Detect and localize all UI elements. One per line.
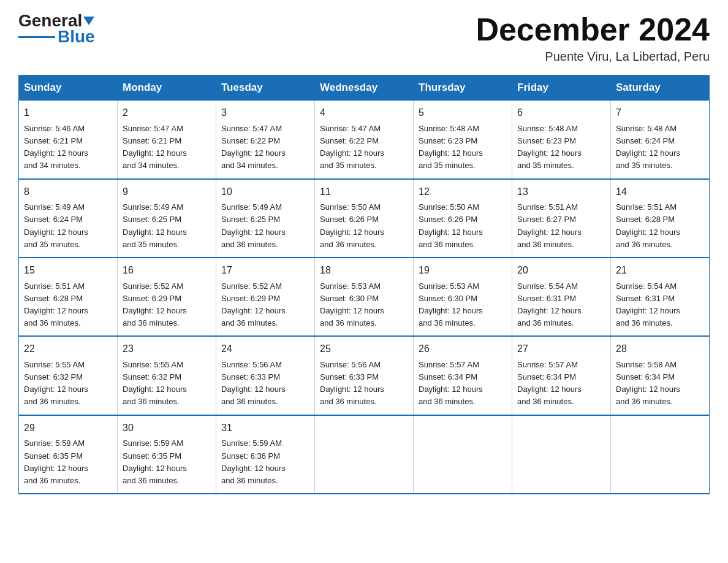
day-info: Sunrise: 5:56 AM Sunset: 6:33 PM Dayligh… xyxy=(221,359,309,408)
table-row: 20Sunrise: 5:54 AM Sunset: 6:31 PM Dayli… xyxy=(512,258,611,336)
day-number: 18 xyxy=(320,263,408,278)
table-row: 7Sunrise: 5:48 AM Sunset: 6:24 PM Daylig… xyxy=(611,101,710,179)
day-info: Sunrise: 5:52 AM Sunset: 6:29 PM Dayligh… xyxy=(221,280,309,330)
table-row: 17Sunrise: 5:52 AM Sunset: 6:29 PM Dayli… xyxy=(216,258,315,336)
calendar-week-row: 15Sunrise: 5:51 AM Sunset: 6:28 PM Dayli… xyxy=(19,258,710,336)
table-row: 25Sunrise: 5:56 AM Sunset: 6:33 PM Dayli… xyxy=(315,336,414,415)
calendar-week-row: 29Sunrise: 5:58 AM Sunset: 6:35 PM Dayli… xyxy=(19,415,710,494)
day-number: 28 xyxy=(616,342,704,357)
day-info: Sunrise: 5:49 AM Sunset: 6:25 PM Dayligh… xyxy=(123,201,211,251)
table-row: 9Sunrise: 5:49 AM Sunset: 6:25 PM Daylig… xyxy=(118,179,216,258)
day-info: Sunrise: 5:52 AM Sunset: 6:29 PM Dayligh… xyxy=(123,280,211,330)
calendar-week-row: 1Sunrise: 5:46 AM Sunset: 6:21 PM Daylig… xyxy=(19,101,710,179)
day-number: 7 xyxy=(616,105,704,121)
day-number: 27 xyxy=(517,342,605,357)
day-info: Sunrise: 5:47 AM Sunset: 6:22 PM Dayligh… xyxy=(320,123,408,172)
day-info: Sunrise: 5:49 AM Sunset: 6:24 PM Dayligh… xyxy=(24,201,112,251)
day-number: 12 xyxy=(419,185,507,200)
day-info: Sunrise: 5:54 AM Sunset: 6:31 PM Dayligh… xyxy=(517,280,605,330)
col-sunday: Sunday xyxy=(19,75,118,101)
day-number: 21 xyxy=(616,263,704,278)
day-info: Sunrise: 5:46 AM Sunset: 6:21 PM Dayligh… xyxy=(24,123,112,172)
day-number: 17 xyxy=(221,263,309,278)
day-number: 9 xyxy=(123,185,211,200)
location-subtitle: Puente Viru, La Libertad, Peru xyxy=(476,50,710,64)
day-info: Sunrise: 5:49 AM Sunset: 6:25 PM Dayligh… xyxy=(221,201,309,251)
day-number: 24 xyxy=(221,342,309,357)
logo-blue-text: Blue xyxy=(58,28,95,45)
page-header: General Blue December 2024 Puente Viru, … xyxy=(18,12,710,64)
table-row: 12Sunrise: 5:50 AM Sunset: 6:26 PM Dayli… xyxy=(414,179,512,258)
day-info: Sunrise: 5:53 AM Sunset: 6:30 PM Dayligh… xyxy=(419,280,507,330)
col-friday: Friday xyxy=(512,75,611,101)
day-info: Sunrise: 5:55 AM Sunset: 6:32 PM Dayligh… xyxy=(123,359,211,408)
day-info: Sunrise: 5:47 AM Sunset: 6:22 PM Dayligh… xyxy=(221,123,309,172)
table-row: 15Sunrise: 5:51 AM Sunset: 6:28 PM Dayli… xyxy=(19,258,118,336)
table-row: 26Sunrise: 5:57 AM Sunset: 6:34 PM Dayli… xyxy=(414,336,512,415)
title-area: December 2024 Puente Viru, La Libertad, … xyxy=(476,12,710,64)
table-row: 13Sunrise: 5:51 AM Sunset: 6:27 PM Dayli… xyxy=(512,179,611,258)
day-info: Sunrise: 5:48 AM Sunset: 6:23 PM Dayligh… xyxy=(419,123,507,172)
table-row: 30Sunrise: 5:59 AM Sunset: 6:35 PM Dayli… xyxy=(118,415,216,494)
day-info: Sunrise: 5:48 AM Sunset: 6:24 PM Dayligh… xyxy=(616,123,704,172)
day-info: Sunrise: 5:50 AM Sunset: 6:26 PM Dayligh… xyxy=(320,201,408,251)
day-number: 26 xyxy=(419,342,507,357)
table-row: 3Sunrise: 5:47 AM Sunset: 6:22 PM Daylig… xyxy=(216,101,315,179)
day-number: 23 xyxy=(123,342,211,357)
day-number: 2 xyxy=(123,105,211,121)
day-info: Sunrise: 5:51 AM Sunset: 6:28 PM Dayligh… xyxy=(24,280,112,330)
table-row xyxy=(315,415,414,494)
day-number: 16 xyxy=(123,263,211,278)
day-info: Sunrise: 5:59 AM Sunset: 6:35 PM Dayligh… xyxy=(123,437,211,487)
day-number: 31 xyxy=(221,421,309,436)
table-row: 10Sunrise: 5:49 AM Sunset: 6:25 PM Dayli… xyxy=(216,179,315,258)
table-row: 27Sunrise: 5:57 AM Sunset: 6:34 PM Dayli… xyxy=(512,336,611,415)
table-row: 31Sunrise: 5:59 AM Sunset: 6:36 PM Dayli… xyxy=(216,415,315,494)
table-row: 14Sunrise: 5:51 AM Sunset: 6:28 PM Dayli… xyxy=(611,179,710,258)
day-number: 6 xyxy=(517,105,605,121)
day-number: 29 xyxy=(24,421,112,436)
day-number: 5 xyxy=(419,105,507,121)
day-number: 22 xyxy=(24,342,112,357)
logo: General Blue xyxy=(18,12,95,45)
day-info: Sunrise: 5:57 AM Sunset: 6:34 PM Dayligh… xyxy=(419,359,507,408)
day-number: 3 xyxy=(221,105,309,121)
table-row: 5Sunrise: 5:48 AM Sunset: 6:23 PM Daylig… xyxy=(414,101,512,179)
day-number: 13 xyxy=(517,185,605,200)
table-row: 22Sunrise: 5:55 AM Sunset: 6:32 PM Dayli… xyxy=(19,336,118,415)
col-thursday: Thursday xyxy=(414,75,512,101)
day-info: Sunrise: 5:56 AM Sunset: 6:33 PM Dayligh… xyxy=(320,359,408,408)
table-row: 29Sunrise: 5:58 AM Sunset: 6:35 PM Dayli… xyxy=(19,415,118,494)
table-row: 1Sunrise: 5:46 AM Sunset: 6:21 PM Daylig… xyxy=(19,101,118,179)
col-monday: Monday xyxy=(118,75,216,101)
table-row xyxy=(512,415,611,494)
day-info: Sunrise: 5:48 AM Sunset: 6:23 PM Dayligh… xyxy=(517,123,605,172)
table-row: 23Sunrise: 5:55 AM Sunset: 6:32 PM Dayli… xyxy=(118,336,216,415)
day-info: Sunrise: 5:58 AM Sunset: 6:35 PM Dayligh… xyxy=(24,437,112,487)
day-info: Sunrise: 5:53 AM Sunset: 6:30 PM Dayligh… xyxy=(320,280,408,330)
col-wednesday: Wednesday xyxy=(315,75,414,101)
day-info: Sunrise: 5:50 AM Sunset: 6:26 PM Dayligh… xyxy=(419,201,507,251)
table-row xyxy=(611,415,710,494)
day-info: Sunrise: 5:54 AM Sunset: 6:31 PM Dayligh… xyxy=(616,280,704,330)
day-info: Sunrise: 5:57 AM Sunset: 6:34 PM Dayligh… xyxy=(517,359,605,408)
table-row: 11Sunrise: 5:50 AM Sunset: 6:26 PM Dayli… xyxy=(315,179,414,258)
day-number: 20 xyxy=(517,263,605,278)
table-row: 19Sunrise: 5:53 AM Sunset: 6:30 PM Dayli… xyxy=(414,258,512,336)
table-row: 16Sunrise: 5:52 AM Sunset: 6:29 PM Dayli… xyxy=(118,258,216,336)
day-number: 19 xyxy=(419,263,507,278)
day-number: 14 xyxy=(616,185,704,200)
day-number: 11 xyxy=(320,185,408,200)
col-saturday: Saturday xyxy=(611,75,710,101)
day-number: 4 xyxy=(320,105,408,121)
day-number: 10 xyxy=(221,185,309,200)
day-number: 8 xyxy=(24,185,112,200)
day-info: Sunrise: 5:47 AM Sunset: 6:21 PM Dayligh… xyxy=(123,123,211,172)
col-tuesday: Tuesday xyxy=(216,75,315,101)
table-row: 21Sunrise: 5:54 AM Sunset: 6:31 PM Dayli… xyxy=(611,258,710,336)
table-row: 28Sunrise: 5:58 AM Sunset: 6:34 PM Dayli… xyxy=(611,336,710,415)
day-info: Sunrise: 5:51 AM Sunset: 6:27 PM Dayligh… xyxy=(517,201,605,251)
day-number: 15 xyxy=(24,263,112,278)
table-row: 6Sunrise: 5:48 AM Sunset: 6:23 PM Daylig… xyxy=(512,101,611,179)
calendar-week-row: 8Sunrise: 5:49 AM Sunset: 6:24 PM Daylig… xyxy=(19,179,710,258)
